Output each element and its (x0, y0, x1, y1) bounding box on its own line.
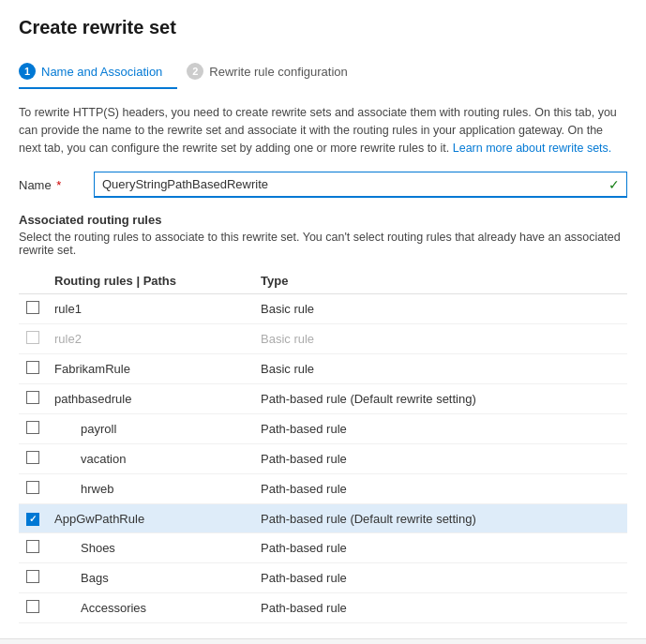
name-input-wrapper: ✓ (94, 172, 627, 198)
row-checkbox[interactable] (26, 301, 39, 314)
name-label: Name * (19, 178, 75, 192)
row-checkbox[interactable] (26, 570, 39, 583)
row-type: Path-based rule (253, 592, 627, 622)
row-type: Basic rule (253, 324, 627, 354)
row-name: hrweb (47, 474, 253, 504)
row-name: AppGwPathRule (47, 504, 253, 533)
check-icon: ✓ (608, 177, 620, 192)
row-type: Path-based rule (253, 444, 627, 474)
tab-name-association[interactable]: 1 Name and Association (19, 55, 177, 89)
row-type: Path-based rule (253, 532, 627, 562)
row-checkbox[interactable] (26, 451, 39, 464)
row-checkbox (26, 331, 39, 344)
row-name: pathbasedrule (47, 384, 253, 414)
description-text: To rewrite HTTP(S) headers, you need to … (19, 104, 627, 157)
footer-bar: Previous Next (0, 638, 646, 644)
routing-table: Routing rules | Paths Type rule1Basic ru… (19, 268, 627, 623)
row-name: Accessories (47, 592, 253, 622)
tab-rewrite-rule[interactable]: 2 Rewrite rule configuration (187, 55, 362, 89)
row-type: Path-based rule (Default rewrite setting… (253, 384, 627, 414)
table-row: FabrikamRuleBasic rule (19, 354, 627, 384)
table-row: rule2Basic rule (19, 324, 627, 354)
row-checkbox[interactable] (26, 421, 39, 434)
row-name: FabrikamRule (47, 354, 253, 384)
row-type: Path-based rule (Default rewrite setting… (253, 504, 627, 533)
learn-more-link[interactable]: Learn more about rewrite sets. (453, 142, 612, 155)
col-header-name: Routing rules | Paths (47, 268, 253, 294)
name-input[interactable] (94, 172, 627, 198)
row-name: rule1 (47, 294, 253, 324)
page-container: Create rewrite set 1 Name and Associatio… (0, 0, 646, 644)
row-type: Path-based rule (253, 474, 627, 504)
row-type: Basic rule (253, 354, 627, 384)
row-type: Basic rule (253, 294, 627, 324)
row-name: Bags (47, 562, 253, 592)
table-row: ShoesPath-based rule (19, 532, 627, 562)
routing-rules-description: Select the routing rules to associate to… (19, 231, 627, 257)
table-row: rule1Basic rule (19, 294, 627, 324)
col-header-checkbox (19, 268, 47, 294)
row-type: Path-based rule (253, 414, 627, 444)
page-title: Create rewrite set (19, 17, 627, 38)
row-checkbox[interactable] (26, 540, 39, 553)
table-row: AppGwPathRulePath-based rule (Default re… (19, 504, 627, 533)
table-row: BagsPath-based rule (19, 562, 627, 592)
table-row: AccessoriesPath-based rule (19, 592, 627, 622)
row-checkbox[interactable] (26, 391, 39, 404)
row-name: rule2 (47, 324, 253, 354)
tab-number-2: 2 (187, 63, 203, 80)
tab-label-1: Name and Association (41, 65, 162, 79)
required-star: * (53, 178, 62, 192)
name-field-row: Name * ✓ (19, 172, 627, 198)
row-checkbox[interactable] (26, 361, 39, 374)
table-row: pathbasedrulePath-based rule (Default re… (19, 384, 627, 414)
table-row: hrwebPath-based rule (19, 474, 627, 504)
row-checkbox[interactable] (26, 513, 39, 526)
row-name: vacation (47, 444, 253, 474)
row-type: Path-based rule (253, 562, 627, 592)
row-checkbox[interactable] (26, 600, 39, 613)
tab-label-2: Rewrite rule configuration (209, 65, 347, 79)
col-header-type: Type (253, 268, 627, 294)
routing-rules-title: Associated routing rules (19, 213, 627, 227)
tabs-row: 1 Name and Association 2 Rewrite rule co… (19, 55, 627, 89)
table-row: vacationPath-based rule (19, 444, 627, 474)
row-checkbox[interactable] (26, 481, 39, 494)
row-name: payroll (47, 414, 253, 444)
tab-number-1: 1 (19, 63, 36, 80)
row-name: Shoes (47, 532, 253, 562)
table-row: payrollPath-based rule (19, 414, 627, 444)
